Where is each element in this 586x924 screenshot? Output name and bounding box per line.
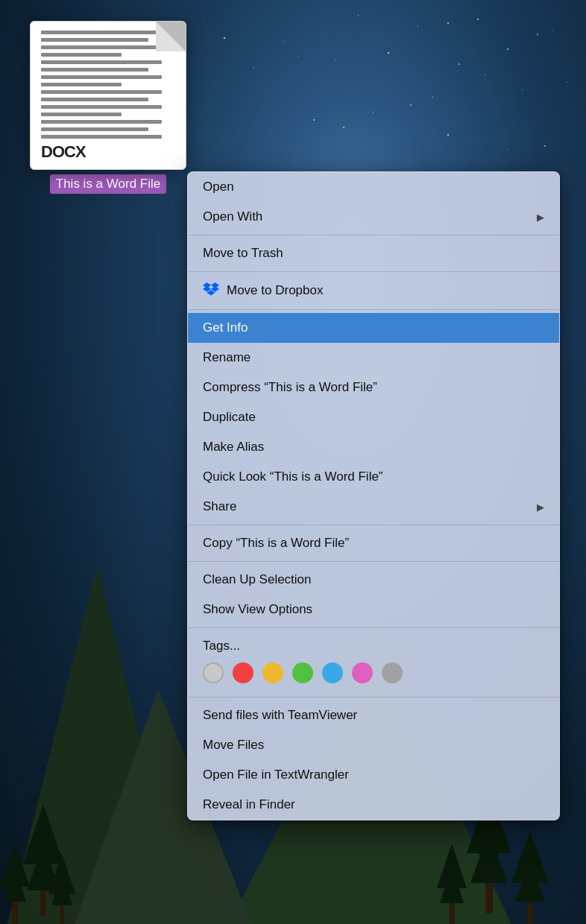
menu-item-open[interactable]: Open [188, 172, 559, 202]
menu-item-rename[interactable]: Rename [188, 343, 559, 373]
menu-item-compress[interactable]: Compress “This is a Word File” [188, 373, 559, 402]
tag-color-gray[interactable] [382, 662, 403, 683]
divider-5 [188, 561, 559, 562]
arrow-icon: ▶ [537, 212, 544, 223]
menu-item-share-label: Share [203, 499, 537, 514]
menu-item-rename-label: Rename [203, 350, 544, 365]
menu-item-open-with-label: Open With [203, 209, 537, 224]
menu-item-share[interactable]: Share ▶ [188, 492, 559, 522]
menu-item-quick-look[interactable]: Quick Look “This is a Word File” [188, 462, 559, 492]
tag-color-red[interactable] [233, 662, 253, 683]
tags-section: Tags... [188, 631, 559, 694]
tag-color-green[interactable] [292, 662, 313, 683]
menu-item-compress-label: Compress “This is a Word File” [203, 380, 544, 395]
color-dots-container [203, 662, 544, 683]
menu-item-view-options-label: Show View Options [203, 602, 544, 617]
divider-7 [188, 697, 559, 697]
divider-3 [188, 309, 559, 310]
menu-item-teamviewer-label: Send files with TeamViewer [203, 708, 544, 723]
menu-item-copy-label: Copy “This is a Word File” [203, 536, 544, 551]
file-icon-container[interactable]: DOCX This is a Word File [30, 21, 186, 194]
menu-item-clean-up[interactable]: Clean Up Selection [188, 565, 559, 595]
tag-color-yellow[interactable] [262, 662, 283, 683]
tag-color-blue[interactable] [322, 662, 343, 683]
divider-2 [188, 271, 559, 272]
menu-item-open-textwrangler[interactable]: Open File in TextWrangler [188, 760, 559, 790]
menu-item-open-with[interactable]: Open With ▶ [188, 202, 559, 232]
menu-item-copy[interactable]: Copy “This is a Word File” [188, 528, 559, 558]
file-name-label: This is a Word File [50, 174, 166, 194]
menu-item-duplicate-label: Duplicate [203, 410, 544, 425]
menu-item-move-files-label: Move Files [203, 738, 544, 753]
divider-1 [188, 235, 559, 235]
menu-item-reveal-finder[interactable]: Reveal in Finder [188, 790, 559, 820]
menu-item-quick-look-label: Quick Look “This is a Word File” [203, 469, 544, 484]
menu-item-textwrangler-label: Open File in TextWrangler [203, 768, 544, 782]
menu-item-duplicate[interactable]: Duplicate [188, 402, 559, 432]
menu-item-dropbox-label: Move to Dropbox [227, 283, 544, 298]
menu-item-clean-up-label: Clean Up Selection [203, 572, 544, 587]
tags-label: Tags... [203, 639, 544, 654]
menu-item-make-alias-label: Make Alias [203, 440, 544, 455]
tag-color-gray-light[interactable] [203, 662, 224, 683]
tag-color-pink[interactable] [352, 662, 373, 683]
menu-item-open-label: Open [203, 180, 544, 194]
share-arrow-icon: ▶ [537, 501, 544, 513]
menu-item-reveal-finder-label: Reveal in Finder [203, 797, 544, 812]
divider-6 [188, 627, 559, 628]
dropbox-icon [203, 282, 219, 299]
menu-item-get-info[interactable]: Get Info [188, 313, 559, 343]
menu-item-make-alias[interactable]: Make Alias [188, 432, 559, 462]
divider-4 [188, 525, 559, 525]
menu-item-move-to-dropbox[interactable]: Move to Dropbox [188, 275, 559, 306]
context-menu: Open Open With ▶ Move to Trash Move to D… [187, 171, 560, 820]
menu-item-move-to-trash[interactable]: Move to Trash [188, 238, 559, 268]
file-type-label: DOCX [41, 142, 86, 162]
menu-item-get-info-label: Get Info [203, 320, 544, 335]
menu-item-move-files[interactable]: Move Files [188, 730, 559, 760]
file-icon: DOCX [30, 21, 186, 170]
menu-item-trash-label: Move to Trash [203, 246, 544, 261]
menu-item-send-teamviewer[interactable]: Send files with TeamViewer [188, 700, 559, 730]
menu-item-show-view-options[interactable]: Show View Options [188, 595, 559, 624]
